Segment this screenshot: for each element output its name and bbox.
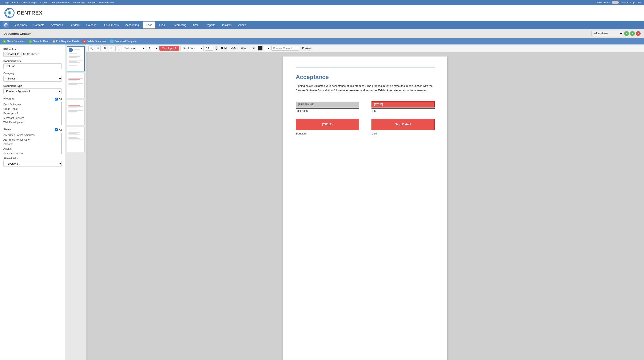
favorites-area: --Favorites-- ✓ + − [591,31,641,36]
filetype-item: Bankruptcy 7 [3,111,60,116]
date-input[interactable]: Sign Date 1 [372,119,435,130]
font-size-down-button[interactable]: ▼ [214,48,218,51]
nav-item-insights[interactable]: Insights [219,22,235,29]
recent-pages-link[interactable]: Recent Pages [22,1,37,4]
category-group: Category --Select-- [3,72,62,82]
save-document-button[interactable]: ✓ Save Document [2,40,25,43]
zoom-out-button[interactable]: 🔍 [95,46,101,51]
state-item: Alabama [3,142,60,147]
doc-canvas: Acceptance Signing below, validates your… [86,52,644,360]
delete-document-button[interactable]: ✕ Delete Document [82,40,106,43]
choose-file-button[interactable]: Choose File [3,52,22,57]
document-type-label: Document Type [3,85,62,88]
nav-item-advances[interactable]: Advances [48,22,66,29]
text-input-select[interactable]: Text Input [122,46,145,51]
nav-item-emarketing[interactable]: E-Marketing [168,22,190,29]
zoom-in-button[interactable]: 🔍 [88,46,94,51]
font-size-input[interactable] [205,46,213,51]
favorites-add-button[interactable]: ✓ [624,31,629,36]
fill-button[interactable]: Fill [250,46,256,51]
shared-with-select[interactable]: --Everyone-- [3,161,62,167]
wrap-button[interactable]: Wrap [240,46,249,51]
fullscreen-button[interactable]: ⛶ [116,46,121,51]
zoom-out-icon: 🔍 [96,47,100,50]
nav-item-sms[interactable]: SMS [190,22,202,29]
doc-editor: 🔍 🔍 ⊞ ⤢ ⛶ Text Input 1.. [86,45,644,360]
filetypes-list: Debt Settlement Credit Repair Bankruptcy… [3,102,62,125]
date-label: Date [372,132,435,135]
bold-label: Bold [221,47,226,50]
nav-item-docs[interactable]: Docs [142,22,156,29]
active-field-button[interactable]: Text Input 1 [160,46,179,51]
expand-button[interactable]: ⤢ [109,46,114,51]
nav-item-guidelines[interactable]: Guidelines [10,22,30,29]
change-password-link[interactable]: Change Password [50,1,70,4]
favorites-remove-button[interactable]: − [636,31,641,36]
font-size-up-button[interactable]: ▲ [214,46,218,48]
thumbnail-1[interactable] [67,46,85,72]
page-select[interactable]: 1.. [146,46,158,51]
color-swatch[interactable] [258,46,262,51]
my-settings-link[interactable]: My Settings [73,1,85,4]
states-header: States All [3,128,62,132]
toggle-off-label: OFF [637,1,642,4]
favorites-select[interactable]: --Favorites-- [591,31,623,36]
font-select[interactable]: Droid Sans [180,46,204,51]
filetypes-all-text: All [59,98,62,101]
logout-link[interactable]: Logout [40,1,48,4]
thumbnail-2[interactable] [67,73,85,98]
nav-item-enrollments[interactable]: Enrollments [101,22,122,29]
download-template-icon: ↓ [110,40,114,43]
file-name-label: No file chosen [23,53,39,56]
states-all-label: All [55,128,62,131]
filetypes-all-checkbox[interactable] [55,98,58,101]
doc-page: Acceptance Signing below, validates your… [283,57,447,360]
support-link[interactable]: Support [88,1,96,4]
states-label: States [3,128,11,131]
edit-required-fields-icon: ▦ [52,40,56,43]
states-all-checkbox[interactable] [55,128,58,131]
nav-item-admin[interactable]: Admin [235,22,249,29]
signature-box: {TITLE} Signature [296,119,359,135]
italic-button[interactable]: Italic [230,46,238,51]
color-select[interactable]: ▼ [264,46,270,51]
nav-item-accounting[interactable]: Accounting [122,22,142,29]
home-icon [4,23,8,27]
state-item: AE-Armed Forces Other [3,138,60,142]
edit-required-fields-button[interactable]: ▦ Edit Required Fields [52,40,79,43]
category-select[interactable]: --Select-- [3,76,62,82]
release-notes-link[interactable]: Release Notes [99,1,114,4]
page-header: Document Creator --Favorites-- ✓ + − [0,29,644,38]
nav-item-reports[interactable]: Reports [202,22,218,29]
title-field-box[interactable]: {TITLE} [372,101,435,108]
signature-line [296,131,359,131]
thumbnail-4[interactable] [67,127,85,152]
download-template-button[interactable]: ↓ Download Template [110,40,137,43]
nav-item-calendar[interactable]: Calendar [83,22,101,29]
nav-home-button[interactable] [2,22,9,28]
download-template-label: Download Template [114,40,137,43]
nav-item-files[interactable]: Files [156,22,168,29]
document-type-group: Document Type Contract / Agreement [3,85,62,94]
preview-contact-input[interactable] [272,46,299,51]
firstname-field-box[interactable]: {FIRSTNAME} [296,102,359,108]
save-as-new-button[interactable]: ✓ Save As New [28,40,48,43]
title-line [372,108,435,109]
thumbnails-panel [65,45,86,360]
bold-button[interactable]: Bold [219,46,228,51]
firstname-field: {FIRSTNAME} Print Name [296,102,359,112]
fit-screen-button[interactable]: ⊞ [102,46,108,51]
favorites-confirm-button[interactable]: + [630,31,635,36]
pdf-upload-label: PDF upload [3,48,62,51]
nav-item-contacts[interactable]: Contacts [30,22,47,29]
zoom-in-icon: 🔍 [90,47,93,50]
nav-item-lenders[interactable]: Lenders [66,22,83,29]
print-name-line [296,108,359,109]
preview-button[interactable]: Preview [300,46,314,51]
signature-input[interactable]: {TITLE} [296,119,359,130]
document-title-input[interactable] [3,64,62,69]
my-start-page-toggle[interactable] [612,1,619,4]
header: CENTREX [0,5,644,21]
thumbnail-3[interactable] [67,100,85,125]
document-type-select[interactable]: Contract / Agreement [3,88,62,94]
